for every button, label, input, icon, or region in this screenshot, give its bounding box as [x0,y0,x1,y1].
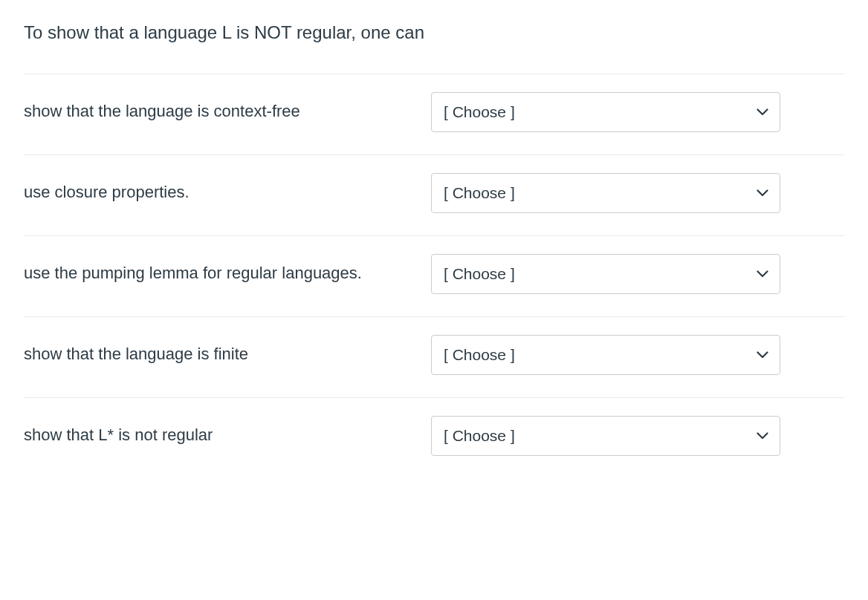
match-select-value: [ Choose ] [444,103,515,121]
match-prompt-label: show that L* is not regular [24,416,431,447]
match-select-value: [ Choose ] [444,184,515,202]
match-prompt-label: show that the language is finite [24,335,431,366]
match-select[interactable]: [ Choose ] [431,416,780,456]
match-select-value: [ Choose ] [444,346,515,364]
match-select-value: [ Choose ] [444,265,515,283]
match-select-wrap: [ Choose ] [431,335,780,375]
match-select-wrap: [ Choose ] [431,92,780,132]
match-prompt-label: show that the language is context-free [24,92,431,123]
match-select[interactable]: [ Choose ] [431,92,780,132]
question-stem: To show that a language L is NOT regular… [24,21,844,44]
match-row: show that the language is finite [ Choos… [24,316,844,397]
match-row: use the pumping lemma for regular langua… [24,235,844,316]
match-prompt-label: use the pumping lemma for regular langua… [24,254,431,285]
match-row: show that the language is context-free [… [24,74,844,154]
match-select[interactable]: [ Choose ] [431,173,780,213]
matching-question: To show that a language L is NOT regular… [0,0,868,478]
match-select[interactable]: [ Choose ] [431,254,780,294]
match-select-wrap: [ Choose ] [431,254,780,294]
match-select-wrap: [ Choose ] [431,416,780,456]
match-select-wrap: [ Choose ] [431,173,780,213]
match-row: use closure properties. [ Choose ] [24,154,844,235]
match-select[interactable]: [ Choose ] [431,335,780,375]
match-select-value: [ Choose ] [444,427,515,445]
match-row: show that L* is not regular [ Choose ] [24,397,844,478]
match-prompt-label: use closure properties. [24,173,431,204]
